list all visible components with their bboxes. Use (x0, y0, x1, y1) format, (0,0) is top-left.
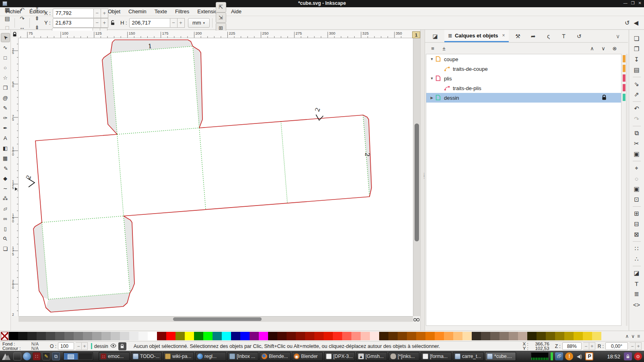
palette-swatch[interactable] (342, 332, 351, 340)
layer-row-traits-de-plis[interactable]: traits-de-plis (426, 83, 621, 93)
palette-swatch[interactable] (27, 332, 37, 340)
palette-swatch[interactable] (268, 332, 277, 340)
delete-layer-icon[interactable]: ⊗ (610, 44, 619, 53)
pen-tool[interactable]: ✒ (1, 123, 10, 133)
palette-swatch[interactable] (379, 332, 388, 340)
desktop-1[interactable] (64, 353, 78, 360)
clipboard-manager-icon[interactable]: P (585, 352, 593, 360)
spiral-tool[interactable]: @ (1, 93, 10, 103)
preferences-dialog-icon[interactable]: ⚒ (513, 31, 523, 41)
layer-visibility-eye-icon[interactable] (110, 343, 116, 349)
spin-plus-button[interactable]: + (101, 8, 108, 18)
raise-to-top-icon[interactable]: ⤒ (33, 5, 41, 14)
menu-logo-icon[interactable] (1, 352, 11, 361)
duplicate-icon[interactable]: ⧉ (632, 128, 642, 138)
horizontal-scrollbar-thumb[interactable] (173, 317, 262, 321)
vertical-scrollbar[interactable] (413, 38, 420, 316)
snap-options-icon[interactable]: ↺ (625, 19, 630, 27)
palette-swatch[interactable] (537, 332, 546, 340)
palette-swatch[interactable] (546, 332, 555, 340)
palette-swatch[interactable] (175, 332, 185, 340)
save-document-icon[interactable]: ↧ (632, 55, 642, 64)
palette-swatch[interactable] (333, 332, 342, 340)
field-input[interactable]: 77,792 (53, 8, 94, 18)
expander-icon[interactable]: ▼ (429, 76, 435, 80)
fold-number-label[interactable]: 2 (25, 174, 33, 181)
palette-swatch[interactable] (509, 332, 518, 340)
taskbar-window-10[interactable]: [*[inks... (388, 352, 419, 361)
palette-swatch[interactable] (518, 332, 527, 340)
spin-minus-button[interactable]: − (94, 18, 101, 28)
launcher-terminal-icon[interactable] (13, 352, 21, 360)
zoom-selection-icon[interactable]: ⌖ (632, 163, 642, 173)
layer-row-traits-de-coupe[interactable]: traits-de-coupe (426, 64, 621, 74)
zoom-minus-button[interactable]: − (583, 342, 589, 350)
ellipse-tool[interactable]: ○ (1, 63, 10, 72)
palette-swatch[interactable] (314, 332, 324, 340)
palette-swatch[interactable] (462, 332, 472, 340)
selector-tool[interactable]: ➤ (1, 33, 10, 42)
rectangle-tool[interactable]: □ (1, 53, 10, 62)
spin-minus-button[interactable]: − (170, 18, 178, 28)
text-dialog-icon[interactable]: T (632, 279, 642, 288)
taskbar-window-13[interactable]: *cube.... (485, 352, 516, 361)
fold-number-label[interactable]: 2 (314, 107, 322, 113)
page-tool[interactable]: ▯ (1, 224, 10, 233)
palette-swatch[interactable] (527, 332, 537, 340)
palette-swatch[interactable] (259, 332, 268, 340)
expander-icon[interactable]: ▼ (429, 57, 435, 61)
palette-swatch[interactable] (564, 332, 574, 340)
zoom-input[interactable]: 88% (562, 342, 582, 350)
spin-plus-button[interactable]: + (178, 18, 185, 28)
fill-stroke-dialog-icon[interactable]: ◪ (632, 268, 642, 278)
fold-number-label[interactable]: 2 (363, 152, 371, 157)
palette-swatch[interactable] (74, 332, 83, 340)
taskbar-window-8[interactable]: [DPX-3... (324, 352, 355, 361)
palette-swatch[interactable] (64, 332, 74, 340)
face-number-label[interactable]: 1 (148, 43, 152, 50)
canvas[interactable]: 1 2 2 2 (19, 38, 413, 316)
palette-swatch[interactable] (240, 332, 250, 340)
palette-swatch[interactable] (129, 332, 138, 340)
move-to-layer-icon[interactable]: ⊟ (632, 219, 642, 229)
palette-swatch[interactable] (481, 332, 490, 340)
taskbar-window-7[interactable]: ◉Blender (292, 352, 323, 361)
current-layer-indicator[interactable]: dessin (91, 342, 126, 350)
palette-swatch[interactable] (416, 332, 425, 340)
panel-splitter[interactable]: ⋮⋮ (420, 30, 425, 331)
page-number-badge[interactable]: 1 (412, 31, 420, 38)
palette-swatch[interactable] (111, 332, 120, 340)
text-tool[interactable]: A (1, 134, 10, 143)
palette-menu-icon[interactable]: ≡ (637, 333, 640, 339)
launcher-emacs-icon[interactable]: ∷ (33, 352, 41, 360)
ruler-units-lock-icon[interactable] (11, 31, 19, 38)
palette-swatch[interactable] (148, 332, 157, 340)
rotation-minus-button[interactable]: − (630, 342, 636, 350)
lock-ratio-icon[interactable] (109, 19, 118, 27)
calligraphy-tool[interactable]: ✑ (1, 113, 10, 123)
palette-swatch[interactable] (138, 332, 148, 340)
palette-swatch[interactable] (398, 332, 407, 340)
palette-swatch[interactable] (83, 332, 92, 340)
palette-swatch[interactable] (407, 332, 416, 340)
palette-swatch[interactable] (351, 332, 361, 340)
move-down-icon[interactable]: ∨ (599, 44, 608, 53)
fold-marks[interactable] (27, 115, 323, 187)
export-icon[interactable]: ⇗ (632, 90, 642, 99)
rotation-input[interactable]: 0,00° (605, 342, 628, 350)
palette-swatch[interactable] (453, 332, 462, 340)
taskbar-window-1[interactable]: ∷emoc... (99, 352, 130, 361)
launcher-browser-icon[interactable] (23, 352, 31, 360)
rotation-plus-button[interactable]: + (636, 342, 642, 350)
lock-layer-icon[interactable]: ⊠ (632, 230, 642, 239)
new-document-icon[interactable]: ❏ (632, 34, 642, 43)
launcher-editor-icon[interactable]: ✎ (42, 352, 50, 360)
palette-swatch[interactable] (55, 332, 64, 340)
palette-swatch[interactable] (101, 332, 111, 340)
panel-scroll-track[interactable] (626, 54, 627, 326)
move-up-icon[interactable]: ∧ (588, 44, 597, 53)
raise-icon[interactable]: ⇞ (33, 14, 41, 23)
no-color-swatch[interactable] (1, 332, 8, 340)
palette-swatch[interactable] (166, 332, 175, 340)
opacity-plus-button[interactable]: + (82, 342, 88, 350)
